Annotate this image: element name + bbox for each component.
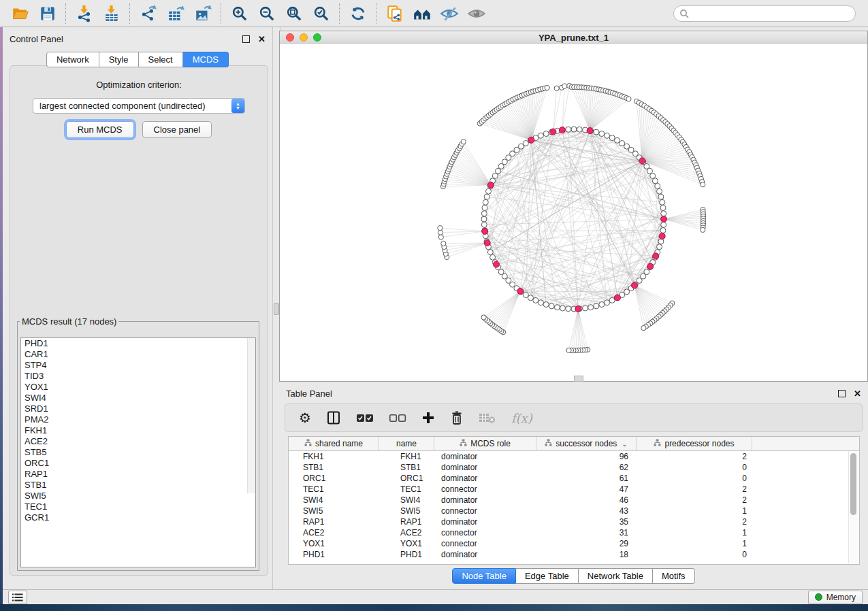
- close-panel-button[interactable]: Close panel: [142, 121, 212, 138]
- network-leaf-node[interactable]: [545, 85, 549, 90]
- select-all-icon[interactable]: [356, 412, 374, 423]
- mcds-result-item[interactable]: PMA2: [21, 414, 255, 425]
- network-leaf-node[interactable]: [438, 230, 443, 235]
- table-row[interactable]: STB1STB1dominator620: [289, 462, 859, 473]
- network-hub-node-selected[interactable]: [528, 137, 534, 143]
- table-row[interactable]: FKH1FKH1dominator962: [289, 451, 859, 462]
- network-node[interactable]: [609, 135, 615, 141]
- network-node[interactable]: [660, 199, 665, 205]
- network-node[interactable]: [620, 141, 625, 146]
- network-leaf-node[interactable]: [438, 226, 443, 231]
- table-row[interactable]: RAP1RAP1dominator352: [289, 516, 859, 527]
- network-hub-node-selected[interactable]: [559, 127, 565, 133]
- network-node[interactable]: [487, 250, 493, 255]
- network-node[interactable]: [484, 194, 489, 199]
- mcds-result-item[interactable]: TEC1: [21, 501, 255, 512]
- network-node[interactable]: [481, 222, 487, 227]
- mcds-result-item[interactable]: CAR1: [21, 349, 255, 360]
- table-row[interactable]: SWI4SWI4dominator462: [289, 495, 859, 506]
- network-leaf-node[interactable]: [441, 241, 446, 246]
- network-node[interactable]: [652, 178, 658, 184]
- network-node[interactable]: [554, 305, 560, 310]
- mcds-result-item[interactable]: SWI5: [21, 491, 255, 501]
- tab-network-table[interactable]: Network Table: [579, 568, 653, 584]
- network-node[interactable]: [481, 211, 487, 216]
- mcds-result-item[interactable]: TID3: [21, 371, 255, 382]
- network-hub-node-selected[interactable]: [575, 306, 581, 312]
- network-node[interactable]: [583, 306, 588, 311]
- float-table-panel-icon[interactable]: [838, 390, 846, 397]
- window-minimize-icon[interactable]: [300, 33, 308, 42]
- table-row[interactable]: ORC1ORC1dominator610: [289, 473, 859, 484]
- run-mcds-button[interactable]: Run MCDS: [66, 121, 134, 138]
- mcds-result-item[interactable]: STB1: [21, 480, 255, 491]
- mcds-result-item[interactable]: ORC1: [21, 458, 255, 469]
- mcds-result-item[interactable]: SWI4: [21, 393, 255, 403]
- network-hub-node-selected[interactable]: [615, 295, 621, 301]
- network-hub-node-selected[interactable]: [494, 261, 500, 267]
- network-hub-node-selected[interactable]: [653, 253, 659, 259]
- network-hub-node-selected[interactable]: [482, 228, 488, 234]
- network-hub-node-selected[interactable]: [659, 233, 665, 240]
- open-file-icon[interactable]: [7, 2, 34, 25]
- mcds-list-scrollbar[interactable]: [247, 338, 255, 493]
- network-node[interactable]: [482, 205, 487, 211]
- network-node[interactable]: [566, 127, 571, 132]
- network-hub-node-selected[interactable]: [647, 263, 654, 269]
- import-network-icon[interactable]: [71, 2, 98, 25]
- mcds-result-item[interactable]: RAP1: [21, 469, 255, 480]
- search-input[interactable]: [673, 5, 856, 22]
- refresh-layout-icon[interactable]: [344, 2, 372, 25]
- mcds-result-item[interactable]: STB5: [21, 447, 255, 458]
- network-leaf-node[interactable]: [562, 84, 567, 88]
- network-node[interactable]: [490, 254, 496, 260]
- table-options-icon[interactable]: ⚙: [299, 411, 311, 425]
- network-node[interactable]: [650, 173, 656, 178]
- network-node[interactable]: [594, 129, 599, 135]
- tab-mcds[interactable]: MCDS: [183, 52, 229, 67]
- tab-style[interactable]: Style: [99, 52, 139, 67]
- network-leaf-node[interactable]: [461, 139, 466, 144]
- network-hub-node-selected[interactable]: [550, 129, 556, 135]
- delete-row-icon[interactable]: [450, 410, 464, 425]
- close-table-panel-icon[interactable]: ✕: [854, 391, 861, 397]
- network-node[interactable]: [518, 144, 524, 149]
- network-hub-node-selected[interactable]: [517, 288, 524, 295]
- network-node[interactable]: [599, 302, 605, 308]
- mcds-result-item[interactable]: STP4: [21, 360, 255, 371]
- tab-node-table[interactable]: Node Table: [452, 568, 516, 584]
- network-node[interactable]: [498, 269, 504, 275]
- export-table-icon[interactable]: [162, 2, 189, 25]
- network-leaf-node[interactable]: [641, 326, 646, 331]
- optimization-criterion-select[interactable]: largest connected component (undirected)…: [33, 98, 245, 114]
- network-node[interactable]: [599, 131, 605, 137]
- network-node[interactable]: [658, 194, 664, 199]
- network-node[interactable]: [615, 137, 620, 143]
- network-hub-node-selected[interactable]: [487, 182, 494, 188]
- show-column-icon[interactable]: [326, 410, 341, 425]
- float-panel-icon[interactable]: [242, 35, 250, 43]
- network-hub-node-selected[interactable]: [639, 158, 645, 164]
- network-node[interactable]: [594, 303, 599, 309]
- copy-style-icon[interactable]: [381, 2, 408, 25]
- network-leaf-node[interactable]: [566, 348, 571, 352]
- network-node[interactable]: [605, 133, 610, 138]
- network-leaf-node[interactable]: [626, 97, 631, 101]
- network-leaf-node[interactable]: [481, 315, 486, 320]
- column-header-predecessor-nodes[interactable]: predecessor nodes: [637, 437, 752, 450]
- first-neighbors-icon[interactable]: [408, 2, 436, 25]
- network-node[interactable]: [543, 302, 549, 308]
- mcds-result-item[interactable]: PHD1: [21, 338, 255, 349]
- network-node[interactable]: [486, 188, 492, 194]
- mcds-result-item[interactable]: SRD1: [21, 403, 255, 414]
- mcds-result-item[interactable]: YOX1: [21, 382, 255, 393]
- network-node[interactable]: [523, 141, 528, 146]
- network-node[interactable]: [533, 297, 539, 303]
- close-panel-icon[interactable]: ✕: [258, 36, 266, 42]
- network-node[interactable]: [577, 127, 582, 132]
- network-node[interactable]: [571, 127, 577, 132]
- show-all-icon[interactable]: [463, 2, 490, 25]
- table-scrollbar[interactable]: [848, 451, 858, 563]
- mcds-result-item[interactable]: GCR1: [21, 512, 255, 523]
- zoom-fit-icon[interactable]: [280, 2, 308, 25]
